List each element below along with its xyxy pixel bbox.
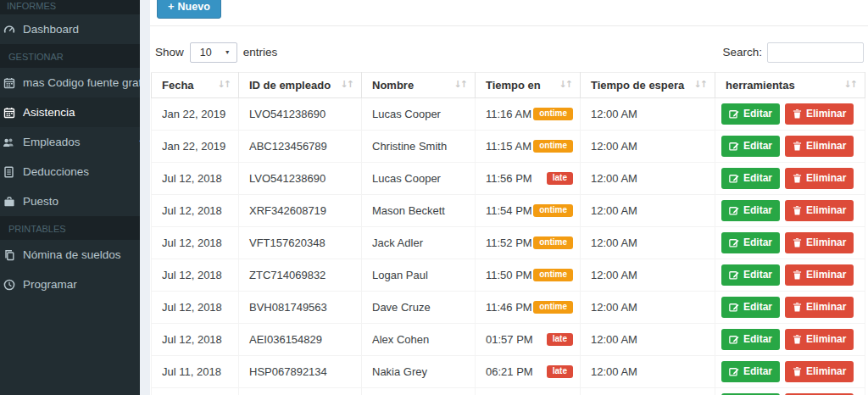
edit-button[interactable]: Editar (721, 361, 780, 382)
column-header-tiempo-espera[interactable]: ↓↑Tiempo de espera (581, 72, 715, 97)
table-row: Jul 11, 2018 MGZ312906745 Emily JK 06:20… (152, 387, 865, 395)
column-header-fecha[interactable]: ↓↑Fecha (152, 72, 239, 97)
sidebar-item-label: Programar (23, 278, 77, 291)
status-badge: ontime (533, 301, 573, 314)
delete-button[interactable]: Eliminar (785, 168, 854, 189)
edit-icon (729, 366, 739, 376)
cell-tools: Editar Eliminar (715, 291, 865, 323)
status-badge: ontime (533, 269, 573, 281)
cell-name: Jack Adler (362, 226, 476, 259)
time-in-value: 11:15 AM (486, 140, 531, 153)
edit-button[interactable]: Editar (721, 200, 780, 221)
cell-time-in: 01:57 PM late (476, 323, 581, 355)
calendar-icon (3, 77, 15, 89)
cell-wait-time: 12:00 AM (581, 162, 715, 194)
edit-button-label: Editar (743, 140, 772, 152)
cell-time-in: 06:21 PM late (476, 355, 581, 387)
column-header-tiempo-en[interactable]: ↓↑Tiempo en (476, 72, 581, 97)
column-header-herramientas[interactable]: ↓↑herramientas (715, 72, 865, 97)
entries-select-value: 10 (200, 47, 212, 58)
time-in-value: 11:50 PM (486, 269, 532, 281)
delete-button[interactable]: Eliminar (785, 361, 854, 382)
users-icon (3, 136, 15, 148)
edit-button[interactable]: Editar (721, 136, 780, 157)
delete-button[interactable]: Eliminar (785, 136, 854, 157)
delete-button[interactable]: Eliminar (785, 103, 854, 125)
sidebar-item-puesto[interactable]: Puesto (0, 186, 140, 216)
cell-date: Jan 22, 2019 (152, 130, 239, 162)
trash-icon (793, 302, 802, 312)
cell-date: Jul 12, 2018 (152, 291, 239, 323)
sidebar-item-dashboard[interactable]: Dashboard (0, 14, 140, 44)
trash-icon (793, 270, 802, 280)
edit-button[interactable]: Editar (721, 329, 780, 350)
attendance-table: ↓↑Fecha ↓↑ID de empleado ↓↑Nombre ↓↑Tiem… (151, 72, 865, 395)
status-badge: ontime (533, 140, 573, 153)
table-row: Jul 12, 2018 LVO541238690 Lucas Cooper 1… (152, 162, 865, 194)
cell-wait-time: 12:00 AM (581, 323, 715, 355)
column-header-id-empleado[interactable]: ↓↑ID de empleado (239, 72, 362, 97)
cell-name: Christine Smith (362, 130, 476, 162)
box-header: + Nuevo (150, 0, 868, 26)
delete-button-label: Eliminar (806, 236, 846, 248)
table-controls: Show 10 ▼ entries Search: (150, 26, 868, 63)
edit-button[interactable]: Editar (721, 264, 780, 286)
gauge-icon (3, 24, 15, 36)
edit-button[interactable]: Editar (721, 232, 780, 253)
new-button[interactable]: + Nuevo (157, 0, 221, 19)
entries-select[interactable]: 10 ▼ (190, 42, 237, 63)
table-row: Jul 12, 2018 VFT157620348 Jack Adler 11:… (152, 226, 865, 259)
cell-name: Lucas Cooper (362, 97, 476, 130)
trash-icon (793, 173, 802, 183)
edit-button-label: Editar (743, 333, 772, 345)
edit-icon (729, 108, 739, 119)
cell-name: Lucas Cooper (362, 162, 476, 194)
cell-employee-id: ZTC714069832 (239, 259, 362, 291)
sidebar-item-asistencia[interactable]: Asistencia (0, 97, 140, 127)
sidebar-item-deducciones[interactable]: Deducciones (0, 157, 140, 186)
delete-button-label: Eliminar (806, 365, 846, 377)
clock-icon (3, 279, 15, 291)
cell-employee-id: AEI036154829 (239, 323, 362, 355)
cell-employee-id: LVO541238690 (239, 97, 362, 130)
caret-down-icon: ▼ (225, 49, 231, 55)
edit-button[interactable]: Editar (721, 297, 780, 318)
cell-tools: Editar Eliminar (715, 194, 865, 226)
table-row: Jul 12, 2018 BVH081749563 Dave Cruze 11:… (152, 291, 865, 323)
edit-icon (729, 141, 739, 151)
table-header-row: ↓↑Fecha ↓↑ID de empleado ↓↑Nombre ↓↑Tiem… (152, 72, 865, 97)
sidebar-item-nomina[interactable]: Nómina de sueldos (0, 240, 140, 270)
status-badge: ontime (533, 204, 573, 217)
edit-button[interactable]: Editar (721, 103, 780, 125)
delete-button[interactable]: Eliminar (785, 200, 854, 221)
sort-icon: ↓↑ (694, 79, 708, 90)
cell-wait-time: 12:00 AM (581, 387, 715, 395)
sidebar-item-empleados[interactable]: Empleados ‹ (0, 127, 140, 157)
table-row: Jul 11, 2018 HSP067892134 Nakia Grey 06:… (152, 355, 865, 387)
edit-button[interactable]: Editar (721, 168, 780, 189)
sort-icon: ↓↑ (341, 79, 354, 90)
cell-time-in: 11:56 PM late (476, 162, 581, 194)
sidebar-item-mas-codigo[interactable]: mas Codigo fuente gratis (0, 68, 140, 97)
time-in-value: 11:46 PM (486, 301, 532, 314)
status-badge: ontime (533, 236, 573, 249)
table-row: Jan 22, 2019 LVO541238690 Lucas Cooper 1… (152, 97, 865, 130)
delete-button[interactable]: Eliminar (785, 329, 854, 350)
sort-icon: ↓↑ (559, 79, 573, 90)
delete-button-label: Eliminar (806, 269, 846, 281)
delete-button[interactable]: Eliminar (785, 232, 854, 253)
sidebar-item-programar[interactable]: Programar (0, 270, 140, 299)
column-header-nombre[interactable]: ↓↑Nombre (362, 72, 476, 97)
cell-employee-id: ABC123456789 (239, 130, 362, 162)
trash-icon (793, 366, 802, 376)
edit-icon (729, 173, 739, 183)
table-row: Jul 12, 2018 AEI036154829 Alex Cohen 01:… (152, 323, 865, 355)
edit-button-label: Editar (743, 204, 772, 216)
delete-button[interactable]: Eliminar (785, 297, 854, 318)
time-in-value: 11:56 PM (486, 172, 532, 185)
delete-button[interactable]: Eliminar (785, 264, 854, 286)
sidebar-item-label: Nómina de sueldos (23, 248, 121, 261)
edit-icon (729, 205, 739, 215)
search-input[interactable] (767, 42, 864, 63)
cell-tools: Editar Eliminar (715, 387, 865, 395)
